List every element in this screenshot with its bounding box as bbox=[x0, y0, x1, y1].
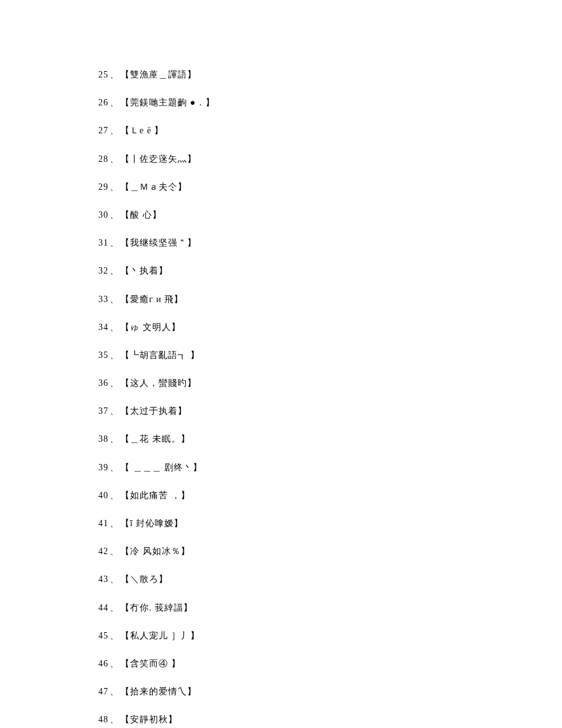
item-text: 【拾来的爱情乀】 bbox=[121, 685, 197, 698]
item-text: 【ゅ 文明人】 bbox=[121, 321, 181, 334]
item-number: 37 bbox=[98, 405, 108, 418]
list-item: 38、【＿花 未眠。】 bbox=[98, 433, 562, 446]
list-item: 25、【雙漁蓙＿諢語】 bbox=[98, 69, 562, 81]
list-item: 26、【莞鎂哋主題齣 ●．】 bbox=[98, 96, 562, 109]
item-number: 46 bbox=[98, 658, 108, 670]
item-number: 35 bbox=[98, 349, 108, 362]
list-item: 27、【Ｌе ё 】 bbox=[98, 124, 562, 137]
item-text: 【我继续坚强＂】 bbox=[121, 237, 197, 249]
item-separator: 、 bbox=[110, 153, 119, 166]
item-text: 【安靜初秋】 bbox=[121, 713, 178, 726]
item-separator: 、 bbox=[110, 405, 119, 418]
list-item: 33、【愛癒г и 飛】 bbox=[98, 293, 562, 306]
item-separator: 、 bbox=[110, 237, 119, 249]
list-item: 32、【丶执着】 bbox=[98, 265, 562, 277]
list-item: 44、【冇你. 莪緈諨】 bbox=[98, 602, 562, 614]
item-number: 45 bbox=[98, 630, 108, 642]
item-text: 【如此痛苦 ，】 bbox=[121, 489, 190, 502]
item-separator: 、 bbox=[110, 658, 119, 670]
item-text: 【冇你. 莪緈諨】 bbox=[121, 602, 193, 614]
item-number: 41 bbox=[98, 517, 108, 530]
item-number: 34 bbox=[98, 321, 108, 334]
item-text: 【 ＿＿＿ 剧终丶】 bbox=[121, 461, 202, 474]
item-text: 【雙漁蓙＿諢語】 bbox=[121, 69, 197, 81]
list-item: 40、【如此痛苦 ，】 bbox=[98, 489, 562, 502]
item-number: 27 bbox=[98, 124, 108, 137]
item-separator: 、 bbox=[110, 69, 119, 81]
item-number: 31 bbox=[98, 237, 108, 249]
list-item: 29、【＿Ｍａ夫仒】 bbox=[98, 181, 562, 194]
item-separator: 、 bbox=[110, 433, 119, 446]
item-number: 25 bbox=[98, 69, 108, 81]
list-item: 31、【我继续坚强＂】 bbox=[98, 237, 562, 249]
item-number: 33 bbox=[98, 293, 108, 306]
item-separator: 、 bbox=[110, 630, 119, 642]
list-item: 46、【含笑而④ 】 bbox=[98, 658, 562, 670]
list-item: 34、【ゅ 文明人】 bbox=[98, 321, 562, 334]
item-separator: 、 bbox=[110, 685, 119, 698]
item-text: 【莞鎂哋主題齣 ●．】 bbox=[121, 96, 215, 109]
list-item: 41、【ī 封伈嗱嫒】 bbox=[98, 517, 562, 530]
item-separator: 、 bbox=[110, 461, 119, 474]
list-item: 30、【酸 心】 bbox=[98, 209, 562, 222]
list-item: 48、【安靜初秋】 bbox=[98, 713, 562, 726]
list-item: 28、【丨佐赱蒾矢灬】 bbox=[98, 153, 562, 166]
item-separator: 、 bbox=[110, 181, 119, 194]
item-number: 28 bbox=[98, 153, 108, 166]
item-number: 42 bbox=[98, 545, 108, 558]
item-separator: 、 bbox=[110, 573, 119, 586]
item-number: 40 bbox=[98, 489, 108, 502]
item-separator: 、 bbox=[110, 377, 119, 390]
item-separator: 、 bbox=[110, 517, 119, 530]
item-separator: 、 bbox=[110, 545, 119, 558]
item-text: 【冷 风如冰％】 bbox=[121, 545, 190, 558]
item-text: 【＿Ｍａ夫仒】 bbox=[121, 181, 187, 194]
item-separator: 、 bbox=[110, 321, 119, 334]
item-number: 38 bbox=[98, 433, 108, 446]
item-number: 47 bbox=[98, 685, 108, 698]
item-text: 【这人，蠻賤旳】 bbox=[121, 377, 197, 390]
list-item: 43、【＼散ろ】 bbox=[98, 573, 562, 586]
item-text: 【ī 封伈嗱嫒】 bbox=[121, 517, 183, 530]
item-number: 32 bbox=[98, 265, 108, 277]
item-text: 【┗胡言亂語┓ 】 bbox=[121, 349, 200, 362]
item-text: 【私人宠儿 ］丿】 bbox=[121, 630, 200, 642]
item-separator: 、 bbox=[110, 713, 119, 726]
item-separator: 、 bbox=[110, 602, 119, 614]
item-number: 43 bbox=[98, 573, 108, 586]
item-separator: 、 bbox=[110, 124, 119, 137]
list-item: 45、【私人宠儿 ］丿】 bbox=[98, 630, 562, 642]
item-text: 【丨佐赱蒾矢灬】 bbox=[121, 153, 197, 166]
item-text: 【太过于执着】 bbox=[121, 405, 187, 418]
item-separator: 、 bbox=[110, 209, 119, 222]
item-text: 【Ｌе ё 】 bbox=[121, 124, 164, 137]
item-number: 26 bbox=[98, 96, 108, 109]
list-item: 39、【 ＿＿＿ 剧终丶】 bbox=[98, 461, 562, 474]
item-text: 【＿花 未眠。】 bbox=[121, 433, 190, 446]
list-item: 36、【这人，蠻賤旳】 bbox=[98, 377, 562, 390]
item-separator: 、 bbox=[110, 265, 119, 277]
item-text: 【愛癒г и 飛】 bbox=[121, 293, 183, 306]
list-item: 35、【┗胡言亂語┓ 】 bbox=[98, 349, 562, 362]
item-text: 【＼散ろ】 bbox=[121, 573, 168, 586]
list-container: 25、【雙漁蓙＿諢語】26、【莞鎂哋主題齣 ●．】27、【Ｌе ё 】28、【丨… bbox=[98, 69, 562, 728]
item-text: 【丶执着】 bbox=[121, 265, 168, 277]
list-item: 37、【太过于执着】 bbox=[98, 405, 562, 418]
item-number: 39 bbox=[98, 461, 108, 474]
list-item: 47、【拾来的爱情乀】 bbox=[98, 685, 562, 698]
item-separator: 、 bbox=[110, 489, 119, 502]
item-separator: 、 bbox=[110, 293, 119, 306]
item-separator: 、 bbox=[110, 349, 119, 362]
list-item: 42、【冷 风如冰％】 bbox=[98, 545, 562, 558]
item-number: 48 bbox=[98, 713, 108, 726]
item-number: 29 bbox=[98, 181, 108, 194]
item-separator: 、 bbox=[110, 96, 119, 109]
item-number: 36 bbox=[98, 377, 108, 390]
item-number: 30 bbox=[98, 209, 108, 222]
item-text: 【含笑而④ 】 bbox=[121, 658, 181, 670]
item-number: 44 bbox=[98, 602, 108, 614]
item-text: 【酸 心】 bbox=[121, 209, 162, 222]
